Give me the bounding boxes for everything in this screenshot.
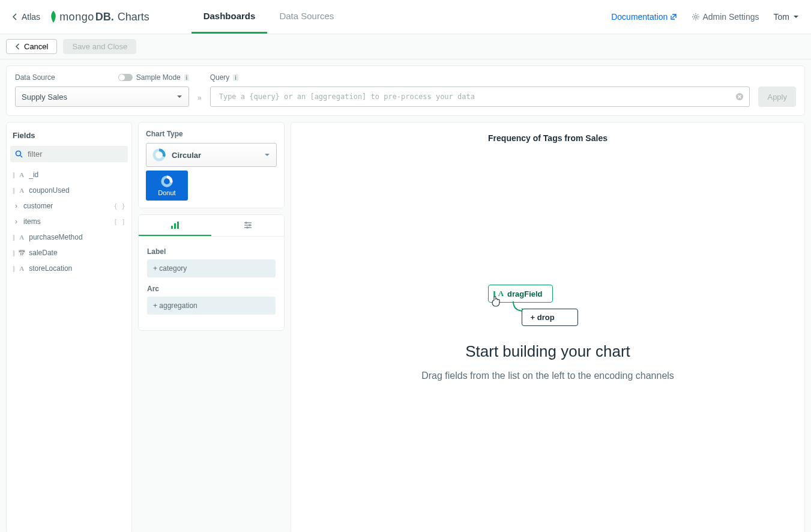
encoding-card: Label+ categoryArc+ aggregation bbox=[138, 214, 285, 331]
field-name: customer bbox=[23, 202, 53, 210]
svg-point-9 bbox=[249, 224, 251, 226]
field-name: couponUsed bbox=[29, 186, 69, 195]
sample-mode-label: Sample Mode bbox=[136, 73, 181, 82]
field-item-items[interactable]: ›items[ ] bbox=[10, 214, 128, 229]
field-item-saleDate[interactable]: ||saleDate bbox=[10, 245, 128, 261]
caret-down-icon bbox=[793, 15, 799, 19]
brand-logo[interactable]: mongoDB. Charts bbox=[49, 10, 149, 24]
chart-subtype-donut[interactable]: Donut bbox=[146, 171, 188, 201]
encoding-label: Arc bbox=[147, 285, 276, 293]
user-menu[interactable]: Tom bbox=[774, 12, 799, 22]
admin-settings-link[interactable]: Admin Settings bbox=[692, 12, 759, 22]
field-name: storeLocation bbox=[29, 264, 72, 273]
save-close-button[interactable]: Save and Close bbox=[63, 39, 136, 54]
apply-button[interactable]: Apply bbox=[758, 86, 796, 107]
drop-pill: + drop bbox=[522, 309, 578, 326]
query-label: Query bbox=[210, 73, 230, 82]
donut-icon bbox=[160, 175, 173, 188]
caret-down-icon bbox=[264, 153, 270, 157]
chart-config-panel: Chart Type Circular Donut Label+ categor bbox=[138, 122, 285, 532]
tab-dashboards[interactable]: Dashboards bbox=[191, 0, 268, 34]
donut-label: Donut bbox=[158, 189, 175, 196]
cta-heading: Start building your chart bbox=[465, 342, 630, 361]
info-icon[interactable]: i bbox=[184, 74, 189, 81]
svg-point-2 bbox=[16, 151, 21, 156]
grip-icon: || bbox=[13, 250, 14, 256]
svg-point-0 bbox=[695, 16, 697, 18]
documentation-label: Documentation bbox=[611, 12, 668, 22]
cancel-label: Cancel bbox=[24, 42, 48, 51]
fields-filter-input[interactable] bbox=[28, 150, 123, 159]
chart-type-value: Circular bbox=[172, 151, 201, 160]
external-link-icon bbox=[670, 13, 677, 20]
chart-type-title: Chart Type bbox=[146, 130, 277, 138]
drag-field-label: dragField bbox=[507, 289, 543, 298]
field-item-storeLocation[interactable]: ||AstoreLocation bbox=[10, 261, 128, 276]
hand-cursor-icon bbox=[490, 294, 502, 307]
svg-point-8 bbox=[245, 222, 247, 224]
encoding-slot-label[interactable]: + category bbox=[147, 259, 276, 277]
field-type-icon: A bbox=[18, 234, 25, 241]
grip-icon: || bbox=[13, 187, 14, 194]
field-type-icon: A bbox=[18, 187, 25, 194]
datasource-label: Data Source bbox=[15, 73, 55, 82]
field-name: saleDate bbox=[29, 249, 57, 257]
brand-text-charts: Charts bbox=[118, 11, 149, 23]
leaf-icon bbox=[49, 10, 58, 24]
cta-subtext: Drag fields from the list on the left to… bbox=[421, 370, 674, 381]
field-name: items bbox=[23, 217, 41, 226]
svg-rect-6 bbox=[174, 223, 176, 229]
chevron-right-icon: › bbox=[13, 217, 20, 226]
admin-settings-label: Admin Settings bbox=[702, 12, 759, 22]
svg-rect-7 bbox=[177, 222, 179, 229]
drag-drop-illustration: || A dragField + drop bbox=[488, 285, 608, 333]
user-name: Tom bbox=[774, 12, 789, 22]
fields-filter[interactable] bbox=[10, 146, 128, 162]
datasource-select[interactable]: Supply Sales bbox=[15, 86, 189, 107]
brand-text-mongo: mongo bbox=[59, 11, 94, 23]
encoding-tab-channels[interactable] bbox=[139, 215, 211, 236]
main-area: Fields ||A_id||AcouponUsed›customer{ }›i… bbox=[0, 122, 811, 532]
info-icon[interactable]: i bbox=[233, 74, 238, 81]
field-type-icon: A bbox=[18, 171, 25, 178]
field-item-_id[interactable]: ||A_id bbox=[10, 167, 128, 183]
gear-icon bbox=[692, 13, 700, 21]
sep-arrows-icon: » bbox=[197, 94, 202, 107]
field-item-customer[interactable]: ›customer{ } bbox=[10, 198, 128, 214]
encoding-tab-customize[interactable] bbox=[211, 215, 284, 236]
clear-query-icon[interactable] bbox=[735, 92, 744, 101]
tab-data-sources[interactable]: Data Sources bbox=[267, 0, 346, 34]
chart-type-card: Chart Type Circular Donut bbox=[138, 122, 285, 208]
atlas-label: Atlas bbox=[22, 12, 40, 22]
grip-icon: || bbox=[13, 234, 14, 241]
fields-panel: Fields ||A_id||AcouponUsed›customer{ }›i… bbox=[6, 122, 132, 532]
documentation-link[interactable]: Documentation bbox=[611, 12, 677, 22]
cancel-button[interactable]: Cancel bbox=[6, 39, 57, 54]
query-input[interactable] bbox=[210, 86, 750, 107]
main-tabs: Dashboards Data Sources bbox=[191, 0, 346, 34]
field-name: _id bbox=[29, 171, 38, 179]
circular-icon bbox=[152, 148, 166, 162]
atlas-back-link[interactable]: Atlas bbox=[12, 12, 40, 22]
action-bar: Cancel Save and Close bbox=[0, 34, 811, 59]
field-trail-icon: { } bbox=[113, 202, 125, 210]
chart-canvas: Frequency of Tags from Sales || A dragFi… bbox=[291, 122, 805, 532]
sample-mode-toggle[interactable] bbox=[118, 74, 133, 81]
chevron-right-icon: › bbox=[13, 202, 20, 210]
fields-title: Fields bbox=[10, 128, 128, 146]
chart-title: Frequency of Tags from Sales bbox=[302, 133, 794, 143]
encoding-slot-arc[interactable]: + aggregation bbox=[147, 297, 276, 315]
calendar-icon bbox=[18, 249, 25, 256]
search-icon bbox=[15, 150, 23, 158]
field-trail-icon: [ ] bbox=[113, 218, 125, 226]
chevron-left-icon bbox=[15, 43, 20, 50]
caret-down-icon bbox=[176, 95, 182, 98]
field-item-couponUsed[interactable]: ||AcouponUsed bbox=[10, 183, 128, 198]
grip-icon: || bbox=[13, 265, 14, 272]
field-item-purchaseMethod[interactable]: ||ApurchaseMethod bbox=[10, 229, 128, 245]
field-type-icon: A bbox=[18, 265, 25, 272]
brand-text-db: DB. bbox=[95, 11, 114, 23]
svg-point-10 bbox=[246, 226, 249, 229]
chart-type-select[interactable]: Circular bbox=[146, 143, 277, 167]
field-name: purchaseMethod bbox=[29, 233, 82, 241]
